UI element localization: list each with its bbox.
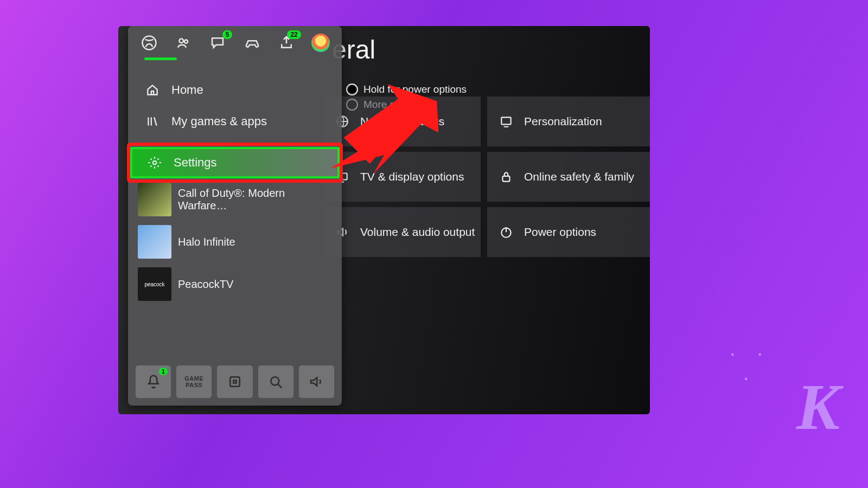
- app-label-2: PeacockTV: [178, 278, 233, 291]
- svg-rect-15: [234, 381, 237, 383]
- menu-games-label: My games & apps: [171, 114, 267, 129]
- tile-online-safety[interactable]: Online safety & family: [487, 152, 650, 202]
- lock-icon: [498, 169, 514, 185]
- tile-tv-label: TV & display options: [360, 170, 464, 183]
- menu-my-games[interactable]: My games & apps: [128, 106, 342, 137]
- bottom-search[interactable]: [258, 365, 293, 398]
- home-icon: [144, 82, 161, 98]
- notif-badge: 1: [159, 368, 168, 375]
- share-badge: 22: [287, 30, 301, 39]
- bottom-gamepass[interactable]: GAME PASS: [176, 365, 212, 398]
- app-thumb-0: [138, 183, 171, 216]
- app-label-1: Halo Infinite: [178, 236, 235, 248]
- recent-app-0[interactable]: Call of Duty®: Modern Warfare…: [128, 178, 342, 221]
- guide-panel: 5 22 Home My games &: [128, 26, 342, 406]
- personalization-icon: [498, 113, 514, 130]
- power-icon: [498, 224, 514, 240]
- svg-point-10: [143, 36, 156, 50]
- tab-xbox-icon[interactable]: [140, 34, 158, 52]
- svg-point-16: [271, 377, 279, 385]
- app-thumb-2: peacock: [138, 267, 171, 301]
- watermark-dots: . . .: [730, 336, 770, 385]
- xbox-screen: eral Hold for power options More options…: [118, 26, 650, 414]
- tile-power-label: Power options: [524, 226, 596, 239]
- hint-power-options: Hold for power options: [346, 84, 467, 95]
- tab-controller-icon[interactable]: [243, 34, 261, 52]
- recent-app-1[interactable]: Halo Infinite: [128, 221, 342, 263]
- tile-network-settings[interactable]: Network settings: [323, 97, 481, 146]
- tile-personalization-label: Personalization: [524, 115, 602, 128]
- svg-rect-5: [501, 117, 510, 124]
- app-thumb-1: [138, 225, 171, 259]
- bottom-store[interactable]: [217, 365, 252, 398]
- svg-rect-7: [503, 176, 510, 182]
- guide-menu: Home My games & apps Settings Call of D: [128, 60, 342, 360]
- xbox-button-icon: [346, 84, 358, 95]
- bottom-notifications[interactable]: 1: [136, 365, 171, 398]
- svg-rect-14: [230, 377, 240, 387]
- guide-tabstrip: 5 22: [128, 26, 342, 56]
- chat-badge: 5: [222, 30, 233, 39]
- svg-point-13: [153, 161, 157, 165]
- tile-tv-display[interactable]: TV & display options: [323, 152, 481, 202]
- gear-icon: [146, 155, 163, 171]
- svg-line-17: [278, 384, 282, 388]
- profile-avatar[interactable]: [311, 34, 330, 52]
- guide-bottom-bar: 1 GAME PASS: [128, 360, 342, 406]
- gamepass-label: GAME PASS: [184, 375, 203, 388]
- watermark-k: K: [796, 370, 835, 445]
- tile-personalization[interactable]: Personalization: [487, 97, 650, 146]
- menu-home[interactable]: Home: [128, 74, 342, 106]
- hint-power-label: Hold for power options: [363, 84, 467, 95]
- svg-point-11: [180, 39, 184, 43]
- tile-power-options[interactable]: Power options: [487, 207, 650, 257]
- menu-settings[interactable]: Settings: [130, 147, 340, 178]
- tile-safety-label: Online safety & family: [524, 170, 634, 183]
- bottom-audio[interactable]: [299, 365, 334, 398]
- tile-audio-label: Volume & audio output: [360, 226, 475, 239]
- recent-app-2[interactable]: peacock PeacockTV: [128, 263, 342, 305]
- app-label-0: Call of Duty®: Modern Warfare…: [178, 187, 330, 212]
- svg-point-12: [184, 40, 188, 43]
- tile-network-label: Network settings: [360, 115, 444, 128]
- svg-point-0: [348, 86, 356, 93]
- library-icon: [144, 113, 161, 130]
- menu-home-label: Home: [171, 83, 203, 97]
- tile-volume-audio[interactable]: Volume & audio output: [323, 207, 481, 257]
- tab-people-icon[interactable]: [174, 34, 193, 52]
- tab-share-icon[interactable]: 22: [277, 34, 296, 52]
- tab-chat-icon[interactable]: 5: [208, 34, 227, 52]
- peacock-thumb-text: peacock: [144, 281, 164, 287]
- menu-settings-label: Settings: [174, 156, 217, 170]
